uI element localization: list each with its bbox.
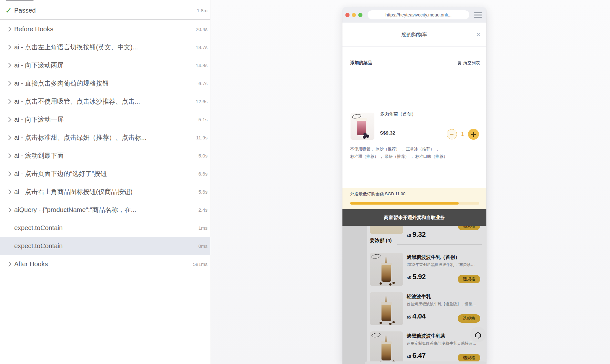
cart-title: 您的购物车 <box>402 31 427 38</box>
step-label: ai - 向下滚动一屏 <box>14 115 64 124</box>
step-duration: 5.6s <box>196 189 208 195</box>
chevron-right-icon <box>3 190 14 194</box>
min-order-banner: 外送最低订购金额 SGD 11.00 <box>342 188 486 209</box>
step-row[interactable]: ai - 点击页面下边的“选好了”按钮6.6s <box>0 165 210 183</box>
chevron-right-icon <box>3 64 14 67</box>
step-duration: 18.7s <box>193 45 208 50</box>
min-order-progress <box>350 202 479 205</box>
step-row[interactable]: ai - 向下滚动一屏5.1s <box>0 110 210 128</box>
min-order-progress-fill <box>350 202 459 205</box>
step-duration: 5.1s <box>196 117 208 122</box>
increase-quantity-button[interactable] <box>468 129 479 140</box>
step-label: ai - 点击页面下边的“选好了”按钮 <box>14 169 107 178</box>
cart-item-price: S$9.32 <box>380 130 395 136</box>
divider <box>342 71 486 71</box>
chevron-right-icon <box>3 154 14 157</box>
chevron-right-icon <box>3 208 14 212</box>
trash-icon <box>457 61 462 65</box>
step-duration: 0ms <box>196 243 208 249</box>
step-row[interactable]: ai - 向下滚动两屏14.8s <box>0 56 210 74</box>
step-duration: 6.6s <box>196 171 208 177</box>
url-bar[interactable]: https://heyteavivocity.meuu.onli... <box>368 10 469 19</box>
service-notice-bar: 商家暂未开通外卖和自取业务 <box>342 209 486 226</box>
step-label: ai - 点击左上角语言切换按钮(英文、中文)... <box>14 43 138 52</box>
minimize-traffic-light[interactable] <box>352 13 356 17</box>
step-row[interactable]: ai - 点击标准甜、点击绿妍（推荐）、点击标...11.9s <box>0 128 210 147</box>
maximize-traffic-light[interactable] <box>358 13 362 17</box>
modal-scrim[interactable] <box>342 226 486 364</box>
scrolled-partial-element <box>6 0 34 1</box>
chevron-right-icon <box>3 262 14 266</box>
step-duration: 12.6s <box>193 99 208 104</box>
decrease-quantity-button[interactable] <box>447 129 457 139</box>
clear-list-label: 清空列表 <box>463 60 480 66</box>
step-duration: 2.4s <box>196 207 208 213</box>
chevron-right-icon <box>3 82 14 85</box>
step-label: ai - 点击右上角商品图标按钮(仅商品按钮) <box>14 187 133 196</box>
test-status-row[interactable]: ✓ Passed 1.8m <box>0 1 210 19</box>
specs-line-2: 标准甜（推荐） ， 绿妍（推荐） ， 标准口味（推荐） <box>350 153 479 160</box>
step-list: Before Hooks20.4sai - 点击左上角语言切换按钮(英文、中文)… <box>0 20 210 273</box>
check-icon: ✓ <box>3 5 14 15</box>
step-row[interactable]: aiQuery - {"productName":"商品名称，在...2.4s <box>0 201 210 219</box>
step-duration: 5.0s <box>196 153 208 158</box>
step-duration: 14.8s <box>193 63 208 68</box>
cart-body: 添加的菜品 清空列表 多肉葡萄（首创） S$9.32 <box>342 47 486 188</box>
step-row[interactable]: expect.toContain0ms <box>0 237 210 255</box>
cart-item-specs: 不使用吸管， 冰沙（推荐） ， 正常冰（推荐） ， 标准甜（推荐） ， 绿妍（推… <box>350 146 479 160</box>
step-label: ai - 直接点击多肉葡萄的规格按钮 <box>14 79 109 88</box>
step-duration: 20.4s <box>193 26 208 32</box>
step-row[interactable]: Before Hooks20.4s <box>0 20 210 38</box>
min-order-label: 外送最低订购金额 SGD 11.00 <box>350 191 405 197</box>
step-duration: 1ms <box>196 225 208 231</box>
step-label: ai - 点击不使用吸管、点击冰沙推荐、点击... <box>14 97 140 106</box>
chevron-right-icon <box>3 172 14 176</box>
test-status-label: Passed <box>14 7 36 14</box>
specs-line-1: 不使用吸管， 冰沙（推荐） ， 正常冰（推荐） ， <box>350 146 479 153</box>
test-status-duration: 1.8m <box>197 8 208 13</box>
chevron-right-icon <box>3 27 14 31</box>
step-label: expect.toContain <box>14 242 63 250</box>
step-label: expect.toContain <box>14 224 63 232</box>
step-label: aiQuery - {"productName":"商品名称，在... <box>14 206 136 214</box>
step-row[interactable]: ai - 点击右上角商品图标按钮(仅商品按钮)5.6s <box>0 183 210 201</box>
step-duration: 11.9s <box>193 135 208 140</box>
menu-icon[interactable] <box>474 12 482 18</box>
chevron-right-icon <box>3 46 14 49</box>
step-row[interactable]: After Hooks581ms <box>0 255 210 273</box>
close-icon[interactable]: × <box>476 31 481 38</box>
step-label: After Hooks <box>14 260 48 268</box>
quantity-value: 1 <box>457 131 468 137</box>
step-duration: 581ms <box>190 261 208 267</box>
chevron-right-icon <box>3 118 14 121</box>
cart-section-title: 添加的菜品 <box>350 60 372 66</box>
step-duration: 6.7s <box>196 81 208 86</box>
service-notice-text: 商家暂未开通外卖和自取业务 <box>384 215 445 221</box>
close-traffic-light[interactable] <box>345 13 350 17</box>
step-row[interactable]: ai - 点击不使用吸管、点击冰沙推荐、点击...12.6s <box>0 92 210 110</box>
test-report-panel: ✓ Passed 1.8m Before Hooks20.4sai - 点击左上… <box>0 0 210 364</box>
step-label: ai - 滚动到最下面 <box>14 151 64 160</box>
chevron-right-icon <box>3 136 14 139</box>
browser-window: https://heyteavivocity.meuu.onli... 您的购物… <box>342 7 486 364</box>
menu-page: s$ 9.32 选规格 要浓郁 (4) 烤黑糖波波牛乳（首创） 2012年首创烤… <box>342 226 486 364</box>
step-row[interactable]: expect.toContain1ms <box>0 219 210 237</box>
cart-item-name: 多肉葡萄（首创） <box>380 111 416 117</box>
step-label: ai - 向下滚动两屏 <box>14 61 64 70</box>
step-row[interactable]: ai - 点击左上角语言切换按钮(英文、中文)...18.7s <box>0 38 210 56</box>
quantity-stepper: 1 <box>447 129 479 140</box>
chevron-right-icon <box>3 100 14 103</box>
step-row[interactable]: ai - 滚动到最下面5.0s <box>0 147 210 165</box>
cart-item-image <box>351 113 374 140</box>
preview-area: https://heyteavivocity.meuu.onli... 您的购物… <box>211 0 610 364</box>
divider <box>0 19 210 20</box>
browser-chrome: https://heyteavivocity.meuu.onli... <box>342 7 486 23</box>
step-row[interactable]: ai - 直接点击多肉葡萄的规格按钮6.7s <box>0 74 210 92</box>
step-label: ai - 点击标准甜、点击绿妍（推荐）、点击标... <box>14 133 147 142</box>
clear-list-button[interactable]: 清空列表 <box>457 60 480 66</box>
cart-header: 您的购物车 × <box>342 23 486 47</box>
step-label: Before Hooks <box>14 25 53 33</box>
screen: ✓ Passed 1.8m Before Hooks20.4sai - 点击左上… <box>0 0 610 364</box>
